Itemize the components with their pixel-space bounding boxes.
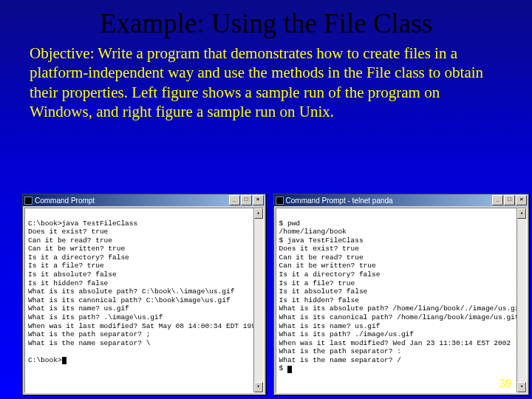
- scroll-up-button[interactable]: ▴: [517, 208, 526, 219]
- window-buttons-right: _ □ ×: [492, 195, 527, 205]
- console-line: What is its path? .\image\us.gif: [28, 313, 163, 321]
- console-line: What is its name? us.gif: [279, 322, 381, 330]
- cursor-icon: [287, 366, 292, 373]
- console-line: Is it a file? true: [279, 279, 355, 287]
- console-line: What is its absolute path? C:\book\.\ima…: [28, 287, 234, 296]
- console-line: Is it a file? true: [28, 262, 104, 270]
- scrollbar-right[interactable]: ▴ ▾: [516, 208, 526, 392]
- cmd-icon: [24, 197, 33, 205]
- console-line: Is it absolute? false: [279, 287, 368, 296]
- console-line: Is it a directory? false: [28, 253, 129, 262]
- console-line: Is it a directory? false: [279, 270, 381, 279]
- console-line: What is the name separator? \: [28, 339, 150, 347]
- objective-text: Objective: Write a program that demonstr…: [0, 44, 532, 121]
- console-line: $ pwd: [279, 219, 301, 228]
- console-line: When was it last modified? Sat May 08 14…: [28, 322, 260, 330]
- page-number: 39: [499, 377, 511, 390]
- console-line: Is it absolute? false: [28, 270, 117, 279]
- console-line: /home/liang/book: [279, 228, 347, 236]
- console-left: C:\book>java TestFileClass Does it exist…: [24, 208, 264, 393]
- slide-title: Example: Using the File Class: [0, 0, 532, 44]
- console-line: Can it be read? true: [28, 236, 112, 245]
- console-line: What is the path separator? :: [279, 347, 401, 355]
- console-line: $: [279, 364, 287, 372]
- scroll-track[interactable]: [254, 219, 263, 382]
- console-line: What is the path separator? ;: [28, 330, 150, 338]
- scroll-down-button[interactable]: ▾: [517, 382, 526, 392]
- console-line: What is its name? us.gif: [28, 304, 129, 313]
- console-line: What is its canonical path? C:\book\imag…: [28, 296, 231, 304]
- cursor-icon: [62, 357, 66, 364]
- console-line: Can it be written? true: [279, 262, 376, 270]
- windows-console-window: Command Prompt _ □ × C:\book>java TestFi…: [22, 194, 266, 395]
- console-line: What is its absolute path? /home/liang/b…: [279, 304, 524, 313]
- console-line: Does it exist? true: [28, 228, 108, 236]
- unix-console-window: Command Prompt - telnet panda _ □ × $ pw…: [273, 194, 530, 395]
- maximize-button[interactable]: □: [241, 195, 252, 205]
- console-line: What is the name separator? /: [279, 356, 401, 364]
- cmd-icon: [276, 197, 284, 205]
- titlebar-text-left: Command Prompt: [35, 197, 229, 205]
- maximize-button[interactable]: □: [504, 195, 515, 205]
- titlebar-right: Command Prompt - telnet panda _ □ ×: [274, 194, 529, 206]
- scroll-up-button[interactable]: ▴: [254, 208, 263, 219]
- minimize-button[interactable]: _: [492, 195, 503, 205]
- window-buttons-left: _ □ ×: [229, 195, 264, 205]
- console-line: C:\book>: [28, 356, 62, 364]
- slide: Example: Using the File Class Objective:…: [0, 0, 532, 399]
- close-button[interactable]: ×: [253, 195, 264, 205]
- scrollbar-left[interactable]: ▴ ▾: [253, 208, 263, 392]
- close-button[interactable]: ×: [516, 195, 527, 205]
- scroll-track[interactable]: [517, 219, 526, 382]
- console-line: Can it be read? true: [279, 253, 364, 262]
- console-line: Can it be written? true: [28, 245, 125, 253]
- console-line: Does it exist? true: [279, 245, 359, 253]
- console-line: C:\book>java TestFileClass: [28, 219, 137, 228]
- console-line: $ java TestFileClass: [279, 236, 364, 245]
- console-line: What is its path? ./image/us.gif: [279, 330, 414, 338]
- scroll-down-button[interactable]: ▾: [254, 382, 263, 392]
- minimize-button[interactable]: _: [229, 195, 240, 205]
- figures-row: Command Prompt _ □ × C:\book>java TestFi…: [22, 194, 510, 395]
- console-line: What is its canonical path? /home/liang/…: [279, 313, 519, 321]
- console-line: Is it hidden? false: [28, 279, 108, 287]
- console-line: Is it hidden? false: [279, 296, 359, 304]
- titlebar-text-right: Command Prompt - telnet panda: [286, 197, 493, 205]
- console-right: $ pwd /home/liang/book $ java TestFileCl…: [276, 208, 528, 393]
- titlebar-left: Command Prompt _ □ ×: [23, 194, 265, 206]
- console-line: When was it last modified? Wed Jan 23 11…: [279, 339, 511, 347]
